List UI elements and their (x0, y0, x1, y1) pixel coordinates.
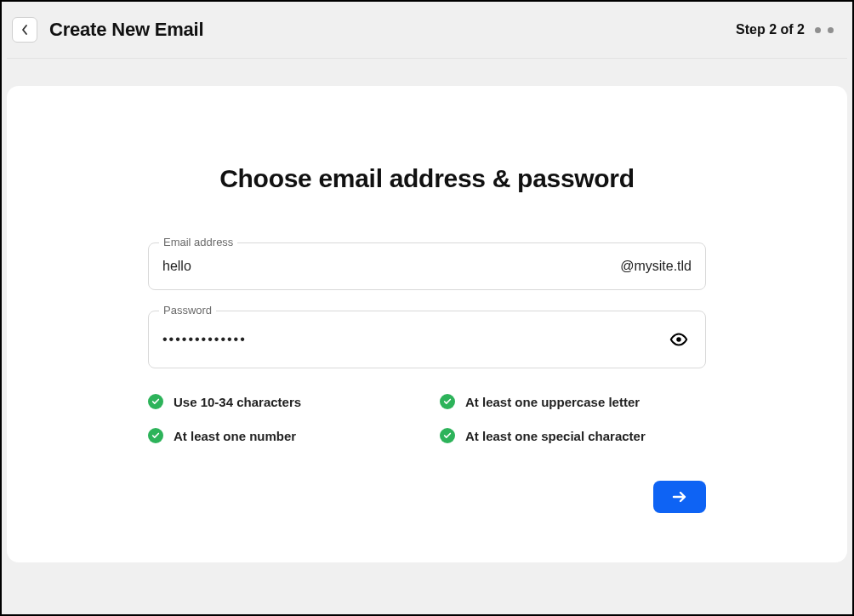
email-localpart-input[interactable] (162, 259, 612, 274)
back-button[interactable] (12, 17, 37, 43)
password-input[interactable] (162, 332, 666, 347)
password-rule-text: Use 10-34 characters (174, 395, 301, 409)
chevron-left-icon (21, 25, 28, 35)
step-dot (828, 27, 834, 33)
check-icon (148, 394, 163, 409)
arrow-right-icon (672, 490, 687, 504)
step-indicator-text: Step 2 of 2 (736, 22, 805, 37)
password-rule-text: At least one special character (465, 429, 646, 443)
password-rule: At least one special character (440, 428, 706, 443)
password-rule-text: At least one uppercase letter (465, 395, 640, 409)
password-field-label: Password (159, 304, 216, 317)
check-icon (440, 394, 455, 409)
step-indicator-dots (815, 27, 834, 33)
password-rule: Use 10-34 characters (148, 394, 414, 409)
svg-point-0 (676, 337, 681, 342)
eye-icon (669, 330, 688, 349)
step-dot (815, 27, 821, 33)
next-button[interactable] (653, 481, 706, 513)
page-title: Create New Email (49, 19, 203, 41)
check-icon (440, 428, 455, 443)
form-heading: Choose email address & password (148, 164, 706, 193)
check-icon (148, 428, 163, 443)
password-rule: At least one uppercase letter (440, 394, 706, 409)
password-rule-text: At least one number (174, 429, 296, 443)
form-card: Choose email address & password Email ad… (7, 86, 847, 562)
password-rule: At least one number (148, 428, 414, 443)
toggle-password-visibility-button[interactable] (666, 327, 692, 352)
password-field-wrapper: Password (148, 311, 706, 368)
email-field-wrapper: Email address @mysite.tld (148, 242, 706, 290)
page-header: Create New Email Step 2 of 2 (2, 2, 852, 58)
password-rules-grid: Use 10-34 characters At least one upperc… (148, 394, 706, 443)
email-domain-suffix: @mysite.tld (612, 259, 692, 274)
email-field-label: Email address (159, 236, 237, 248)
